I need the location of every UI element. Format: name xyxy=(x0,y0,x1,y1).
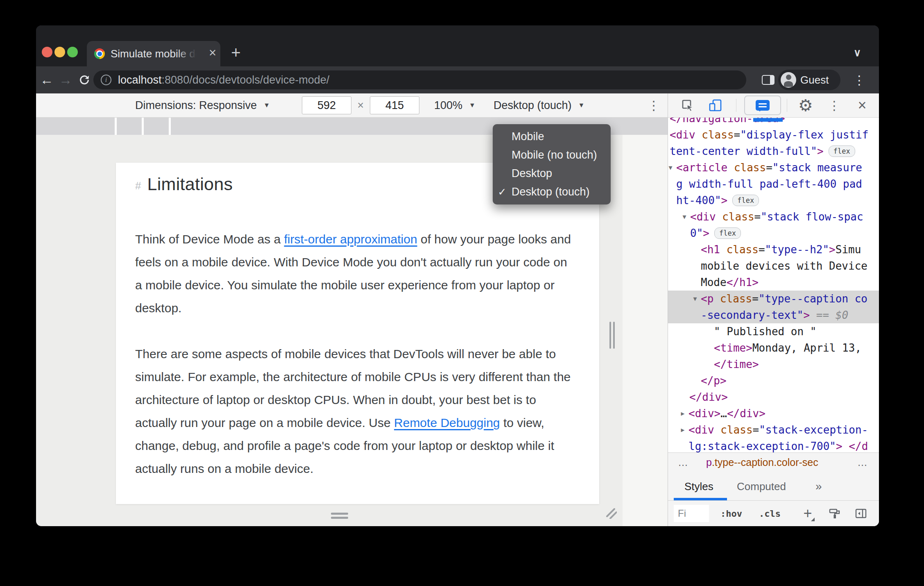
chevron-down-icon: ▼ xyxy=(578,102,585,109)
breadcrumb-overflow-left[interactable]: … xyxy=(678,457,688,468)
devtools-menu-button[interactable]: ⋮ xyxy=(826,93,842,117)
dom-tree-row[interactable]: " Published on " xyxy=(668,323,879,340)
rendering-emulation-button[interactable] xyxy=(825,501,844,526)
tab-computed[interactable]: Computed xyxy=(737,472,786,501)
dom-tree-row[interactable]: <time>Monday, April 13, xyxy=(668,340,879,356)
expand-arrow-icon[interactable]: ▶ xyxy=(678,422,688,438)
collapse-arrow-icon[interactable]: ▼ xyxy=(679,209,689,225)
device-menu-item-mobile-no-touch[interactable]: Mobile (no touch) xyxy=(493,146,611,164)
heading-anchor-icon[interactable]: # xyxy=(135,179,141,192)
macos-minimize-button[interactable] xyxy=(54,47,65,57)
profile-label: Guest xyxy=(800,74,829,86)
device-type-menu: MobileMobile (no touch)Desktop✓Desktop (… xyxy=(493,124,611,204)
device-menu-item-desktop[interactable]: Desktop xyxy=(493,164,611,183)
dom-tree-row[interactable]: Mode</h1> xyxy=(668,274,879,291)
viewport-resize-handle-right[interactable] xyxy=(609,322,615,349)
code-segment-tag: </div> xyxy=(727,407,765,420)
code-segment-plain: mobile devices with Device xyxy=(701,260,867,272)
device-type-dropdown[interactable]: Desktop (touch) ▼ xyxy=(494,93,584,117)
dom-tree-row[interactable]: -secondary-text"> == $0 xyxy=(668,307,879,323)
code-segment-val: -secondary-text" xyxy=(701,309,803,321)
inspect-element-button[interactable] xyxy=(678,93,698,117)
dom-tree-row[interactable]: mobile devices with Device xyxy=(668,258,879,274)
code-segment-plain xyxy=(713,293,720,305)
side-panel-icon[interactable] xyxy=(762,75,775,85)
viewport-resize-handle-bottom[interactable] xyxy=(331,513,348,521)
expand-arrow-icon[interactable]: ▶ xyxy=(678,405,688,422)
device-toolbar-icon xyxy=(709,99,722,112)
profile-chip[interactable]: Guest xyxy=(778,70,840,90)
macos-close-button[interactable] xyxy=(42,47,52,57)
dom-tree-row[interactable]: </div> xyxy=(668,389,879,405)
reload-button[interactable] xyxy=(75,66,93,93)
code-segment-plain: = xyxy=(766,161,772,174)
dom-breadcrumb-bar: … p.type--caption.color-sec … xyxy=(668,452,879,472)
browser-menu-button[interactable]: ⋮ xyxy=(850,66,868,93)
dom-tree-row[interactable]: 0">flex xyxy=(668,225,879,241)
code-segment-tag: > xyxy=(829,243,836,256)
settings-button[interactable]: ⚙ xyxy=(796,93,815,117)
dom-tree-row[interactable]: </time> xyxy=(668,356,879,372)
collapse-arrow-icon[interactable]: ▼ xyxy=(690,291,700,307)
code-segment-tag: > xyxy=(721,194,728,207)
dom-tree-row[interactable]: lg:stack-exception-700"> </d xyxy=(668,438,879,452)
zoom-dropdown[interactable]: 100% ▼ xyxy=(434,93,476,117)
new-tab-button[interactable]: + xyxy=(227,43,245,61)
breadcrumb-overflow-right[interactable]: … xyxy=(857,457,867,468)
address-bar[interactable]: i localhost:8080/docs/devtools/device-mo… xyxy=(93,70,746,89)
dom-tree-row[interactable]: ▼<div class="stack flow-spac xyxy=(668,209,879,225)
dom-tree-row[interactable]: <h1 class="type--h2">Simu xyxy=(668,241,879,258)
paragraph: Think of Device Mode as a first-order ap… xyxy=(135,228,572,320)
code-segment-tag: <div xyxy=(670,129,695,141)
paragraph: There are some aspects of mobile devices… xyxy=(135,343,572,480)
dom-tree-row[interactable]: <div class="display-flex justif xyxy=(668,127,879,143)
page-link[interactable]: Remote Debugging xyxy=(394,416,500,429)
code-segment-attr: class xyxy=(720,424,752,436)
page-link[interactable]: first-order approximation xyxy=(284,232,417,246)
devtools-close-button[interactable]: × xyxy=(852,93,872,117)
viewport-resize-handle-corner[interactable] xyxy=(605,507,617,519)
styles-filter-input[interactable] xyxy=(674,505,709,522)
dom-tree-row[interactable]: g width-full pad-left-400 pad xyxy=(668,176,879,192)
back-button[interactable]: ← xyxy=(38,66,56,93)
tab-styles[interactable]: Styles xyxy=(684,472,713,501)
toggle-device-toolbar-button[interactable] xyxy=(706,93,725,117)
device-menu-item-mobile[interactable]: Mobile xyxy=(493,127,611,146)
dom-tree-row[interactable]: ▼<p class="type--caption co xyxy=(668,291,879,307)
browser-tab[interactable]: Simulate mobile devices with D × xyxy=(87,41,220,66)
dom-tree-row[interactable]: ht-400">flex xyxy=(668,192,879,209)
code-segment-tag: <p xyxy=(701,293,713,305)
dom-tree-row[interactable]: </p> xyxy=(668,372,879,389)
device-toolbar-options-button[interactable]: ⋮ xyxy=(645,93,663,117)
dom-tree-row[interactable]: tent-center width-full">flex xyxy=(668,143,879,159)
new-style-rule-button[interactable]: + xyxy=(798,501,817,526)
url-host: localhost xyxy=(118,74,162,86)
dimensions-dropdown[interactable]: Dimensions: Responsive ▼ xyxy=(135,93,270,117)
menu-item-label: Mobile (no touch) xyxy=(512,149,597,161)
dom-tree-row[interactable]: ▼<article class="stack measure xyxy=(668,159,879,176)
tab-search-chevron-icon[interactable]: ∨ xyxy=(854,47,861,59)
media-query-divider xyxy=(115,118,117,135)
collapse-arrow-icon[interactable]: ▼ xyxy=(668,159,675,176)
window-content: Dimensions: Responsive ▼ × 100% ▼ Deskto… xyxy=(36,93,879,526)
more-tabs-chevron[interactable]: » xyxy=(815,472,822,501)
code-segment-tag: > xyxy=(803,309,810,321)
styles-sidebar-tabs: Styles Computed » xyxy=(668,472,879,501)
breadcrumb-selected-node[interactable]: p.type--caption.color-sec xyxy=(706,457,818,468)
toggle-class-button[interactable]: .cls xyxy=(759,501,781,526)
toggle-hover-state-button[interactable]: :hov xyxy=(720,501,742,526)
site-info-icon[interactable]: i xyxy=(101,75,111,85)
dom-tree-row[interactable]: ▶<div class="stack-exception- xyxy=(668,422,879,438)
console-drawer-button[interactable] xyxy=(744,95,781,115)
device-menu-item-desktop-touch[interactable]: ✓Desktop (touch) xyxy=(493,183,611,201)
code-segment-tag: </p> xyxy=(701,375,727,387)
viewport-height-input[interactable] xyxy=(370,96,419,114)
macos-zoom-button[interactable] xyxy=(67,47,78,57)
code-segment-plain xyxy=(720,243,727,256)
dom-tree-row[interactable]: ▶<div>…</div> xyxy=(668,405,879,422)
viewport-width-input[interactable] xyxy=(302,96,351,114)
code-segment-val: "display-flex justif xyxy=(740,129,868,141)
code-segment-attr: class xyxy=(727,243,759,256)
page-content-card: # Limitations Think of Device Mode as a … xyxy=(116,163,599,504)
tab-close-icon[interactable]: × xyxy=(209,45,216,60)
